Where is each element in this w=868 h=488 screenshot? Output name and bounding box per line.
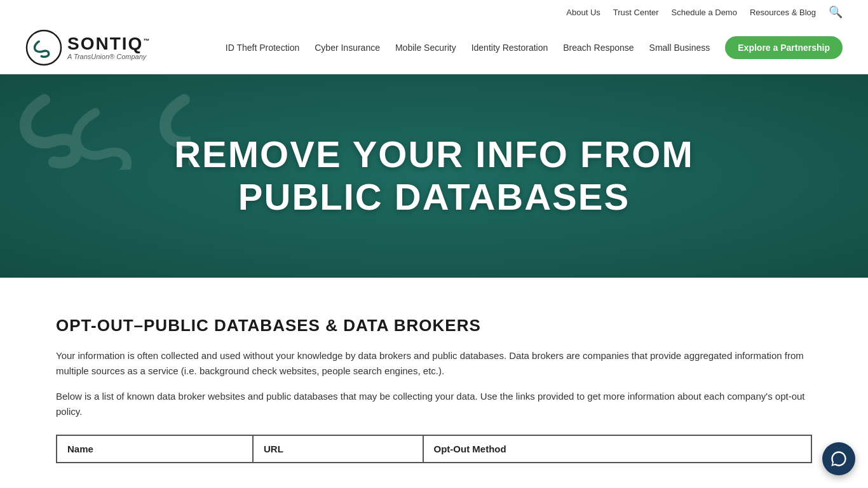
nav-identity-restoration[interactable]: Identity Restoration [471,43,548,53]
nav-id-theft[interactable]: ID Theft Protection [226,43,299,53]
brand-name: SONTIQ™ [67,35,151,53]
logo[interactable]: SONTIQ™ A TransUnion® Company [25,29,151,66]
hero-section: REMOVE YOUR INFO FROM PUBLIC DATABASES [0,74,868,278]
primary-nav: ID Theft Protection Cyber Insurance Mobi… [226,36,843,59]
chat-icon [830,450,848,468]
nav-cyber-insurance[interactable]: Cyber Insurance [315,43,380,53]
table-header: Name URL Opt-Out Method [57,435,811,463]
svg-point-0 [27,30,61,65]
schedule-demo-link[interactable]: Schedule a Demo [672,8,737,17]
section-heading: OPT-OUT–PUBLIC DATABASES & DATA BROKERS [56,316,812,336]
col-url: URL [253,435,423,463]
col-opt-out: Opt-Out Method [423,435,811,463]
opt-out-table: Name URL Opt-Out Method [56,435,812,463]
intro-paragraph-2: Below is a list of known data broker web… [56,389,806,419]
search-icon[interactable]: 🔍 [829,5,843,19]
site-header: About Us Trust Center Schedule a Demo Re… [0,0,868,74]
about-us-link[interactable]: About Us [566,8,600,17]
nav-breach-response[interactable]: Breach Response [563,43,634,53]
hero-content: REMOVE YOUR INFO FROM PUBLIC DATABASES [123,95,745,256]
intro-paragraph-1: Your information is often collected and … [56,348,806,379]
top-bar: About Us Trust Center Schedule a Demo Re… [25,0,843,22]
table-header-row: Name URL Opt-Out Method [57,435,811,463]
nav-mobile-security[interactable]: Mobile Security [395,43,456,53]
col-name: Name [57,435,253,463]
main-content: OPT-OUT–PUBLIC DATABASES & DATA BROKERS … [0,278,868,488]
logo-text: SONTIQ™ A TransUnion® Company [67,35,151,60]
nav-bar: SONTIQ™ A TransUnion® Company ID Theft P… [25,22,843,74]
brand-subtitle: A TransUnion® Company [67,53,151,60]
nav-small-business[interactable]: Small Business [649,43,710,53]
explore-partnership-btn[interactable]: Explore a Partnership [725,36,843,59]
hero-title: REMOVE YOUR INFO FROM PUBLIC DATABASES [148,133,720,218]
chat-button[interactable] [822,442,855,475]
logo-icon [25,29,62,66]
resources-blog-link[interactable]: Resources & Blog [750,8,816,17]
trust-center-link[interactable]: Trust Center [613,8,659,17]
